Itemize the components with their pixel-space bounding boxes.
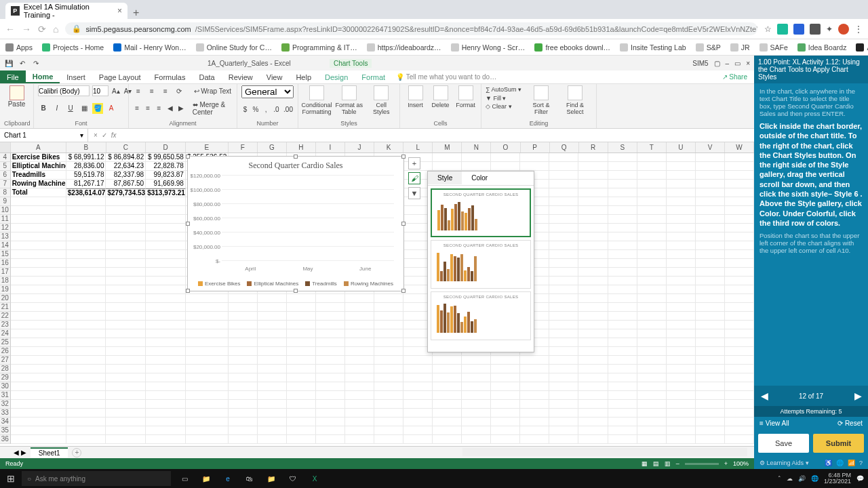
redo-icon[interactable]: ↷ <box>31 58 41 68</box>
save-button[interactable]: Save <box>758 434 809 453</box>
sheet-tab[interactable]: Sheet1 <box>31 447 68 458</box>
comma-icon[interactable]: , <box>262 104 270 115</box>
indent-icon[interactable]: ▶ <box>177 103 185 114</box>
new-tab-button[interactable]: + <box>127 7 144 19</box>
start-button[interactable]: ⊞ <box>0 473 22 484</box>
help-icon[interactable]: ? <box>859 460 863 466</box>
extension-icon[interactable] <box>777 24 788 35</box>
task-view-icon[interactable]: ▭ <box>178 472 191 485</box>
bold-button[interactable]: B <box>38 103 49 114</box>
tab-formulas[interactable]: Formulas <box>148 70 193 83</box>
align-top-icon[interactable]: ≡ <box>133 85 144 96</box>
home-icon[interactable]: ⌂ <box>53 24 58 35</box>
chart-filters-button[interactable]: ▼ <box>408 187 420 199</box>
zoom-out-icon[interactable]: – <box>676 460 679 467</box>
bookmark-item[interactable]: Programming & IT… <box>281 43 357 52</box>
new-sheet-button[interactable]: + <box>72 448 81 458</box>
tab-insert[interactable]: Insert <box>60 70 92 83</box>
horizontal-scrollbar[interactable] <box>462 448 747 456</box>
next-step-button[interactable]: ▶ <box>848 390 868 401</box>
tab-data[interactable]: Data <box>192 70 221 83</box>
notifications-icon[interactable]: 💬 <box>856 475 864 482</box>
percent-icon[interactable]: % <box>252 104 259 115</box>
tab-format[interactable]: Format <box>355 70 392 83</box>
menu-icon[interactable]: ⋮ <box>854 24 863 34</box>
submit-button[interactable]: Submit <box>813 434 864 453</box>
format-cells-button[interactable]: Format <box>454 85 477 108</box>
accessibility-icon[interactable]: ♿ <box>825 460 832 466</box>
extensions-icon[interactable]: ✦ <box>826 24 833 34</box>
bookmark-item[interactable]: SAFe <box>760 43 788 52</box>
browser-tab[interactable]: P Excel 1A Simulation Training - × <box>5 3 127 19</box>
currency-icon[interactable]: $ <box>241 104 249 115</box>
excel-app-icon[interactable]: X <box>308 472 321 485</box>
bookmark-item[interactable]: Projects - Home <box>42 43 104 52</box>
tab-view[interactable]: View <box>260 70 290 83</box>
tab-review[interactable]: Review <box>222 70 260 83</box>
reload-icon[interactable]: ⟳ <box>38 24 46 35</box>
column-header[interactable]: F <box>229 142 258 152</box>
zoom-level[interactable]: 100% <box>733 460 749 467</box>
font-name-select[interactable] <box>38 85 90 96</box>
prev-step-button[interactable]: ◀ <box>754 390 774 401</box>
style-option[interactable]: SECOND QUARTER CARDIO SALES <box>431 188 531 237</box>
forward-icon[interactable]: → <box>22 24 31 35</box>
cancel-icon[interactable]: × <box>94 131 98 139</box>
number-format-select[interactable]: General <box>241 85 294 98</box>
close-tab-icon[interactable]: × <box>117 6 122 16</box>
address-bar[interactable]: 🔒 sim5.pegasus.pearsoncmg.com /SIM5Servi… <box>65 22 757 35</box>
column-header[interactable]: E <box>186 142 229 152</box>
tab-home[interactable]: Home <box>26 70 60 83</box>
bookmark-item[interactable]: JR <box>730 43 750 52</box>
view-break-icon[interactable]: ▥ <box>665 460 671 467</box>
chart-styles-button[interactable]: 🖌 <box>408 172 420 184</box>
fill-button[interactable]: ▼ Fill ▾ <box>486 94 521 103</box>
chart-title[interactable]: Second Quarter Cardio Sales <box>188 157 403 172</box>
bookmark-item[interactable]: Mail - Henry Won… <box>113 43 186 52</box>
view-normal-icon[interactable]: ▦ <box>642 460 648 467</box>
bookmark-item[interactable]: Insite Testing Lab <box>620 43 686 52</box>
column-header[interactable]: D <box>146 142 186 152</box>
share-button[interactable]: ↗ Share <box>722 73 754 81</box>
sort-filter-button[interactable]: Sort & Filter <box>527 85 555 115</box>
gallery-tab-color[interactable]: Color <box>462 171 497 185</box>
undo-icon[interactable]: ↶ <box>18 58 27 68</box>
zoom-slider[interactable] <box>685 463 719 465</box>
store-icon[interactable]: 🛍 <box>243 472 256 485</box>
onedrive-icon[interactable]: ☁ <box>787 475 793 482</box>
column-header[interactable]: C <box>106 142 146 152</box>
tray-chevron-icon[interactable]: ˄ <box>778 475 781 482</box>
paste-button[interactable]: Paste <box>4 85 29 108</box>
apps-shortcut[interactable]: Apps <box>5 43 33 52</box>
security-icon[interactable]: 🛡 <box>286 472 300 485</box>
column-header[interactable]: A <box>11 142 66 152</box>
italic-button[interactable]: I <box>52 103 62 114</box>
ribbon-options-icon[interactable]: ▢ <box>714 60 720 67</box>
align-mid-icon[interactable]: ≡ <box>146 85 157 96</box>
delete-cells-button[interactable]: Delete <box>429 85 452 108</box>
name-box[interactable]: Chart 1▾ <box>0 129 88 142</box>
orientation-icon[interactable]: ⟳ <box>174 85 184 96</box>
conditional-formatting-button[interactable]: Conditional Formatting <box>302 85 331 115</box>
enter-icon[interactable]: ✓ <box>102 131 107 139</box>
volume-icon[interactable]: 🔊 <box>798 475 806 482</box>
extension-icon[interactable] <box>793 24 804 35</box>
chart-elements-button[interactable]: + <box>408 157 420 169</box>
insert-cells-button[interactable]: Insert <box>404 85 427 108</box>
tell-me-search[interactable]: 💡 Tell me what you want to do… <box>396 73 496 81</box>
bookmark-item[interactable]: https://ideaboardz… <box>367 43 441 52</box>
explorer-icon[interactable]: 📁 <box>199 472 213 485</box>
bookmark-item[interactable]: Henry Wong - Scr… <box>451 43 526 52</box>
align-left-icon[interactable]: ≡ <box>133 103 141 114</box>
dec-decimal-icon[interactable]: .00 <box>283 104 294 115</box>
maximize-icon[interactable]: ▭ <box>734 60 741 67</box>
format-as-table-button[interactable]: Format as Table <box>335 85 363 115</box>
zoom-in-icon[interactable]: + <box>724 460 728 467</box>
bookmark-item[interactable]: Idea Boardz <box>797 43 847 52</box>
grow-font-icon[interactable]: A▴ <box>111 85 121 96</box>
tab-page-layout[interactable]: Page Layout <box>92 70 148 83</box>
worksheet-grid[interactable]: A B C D E FGHIJKLMNOPQRSTUVW 4Exercise B… <box>0 142 754 446</box>
wifi-icon[interactable]: 📶 <box>848 460 855 466</box>
merge-center-button[interactable]: ⬌ Merge & Center <box>193 101 233 116</box>
bookmark-item[interactable]: S&P <box>696 43 721 52</box>
